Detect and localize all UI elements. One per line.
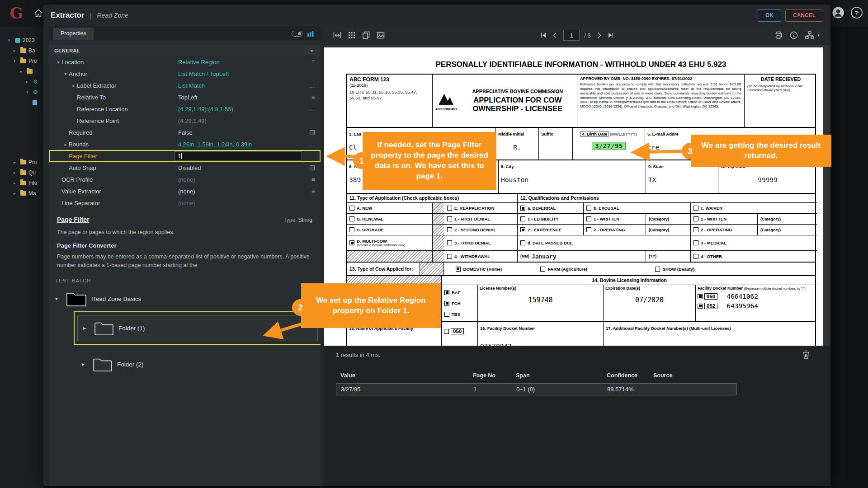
cancel-button[interactable]: CANCEL	[785, 9, 823, 22]
property-value[interactable]: (none)	[178, 176, 195, 183]
chevron-down-icon[interactable]: ▾	[55, 296, 61, 302]
menu-icon[interactable]: ≡	[311, 94, 315, 101]
property-row-ocr-profile[interactable]: OCR Profile(none)≡	[49, 174, 321, 185]
checkbox-icon	[698, 294, 703, 299]
property-value[interactable]: (none)	[178, 200, 195, 206]
chevron-right-icon[interactable]: ▸	[82, 361, 88, 367]
property-row-reference-location[interactable]: Reference Location(4.29,1.49):(4.8,1.55)…	[49, 103, 321, 115]
menu-icon[interactable]: ≡	[311, 188, 315, 195]
ok-button[interactable]: OK	[758, 9, 781, 22]
chevron-right-icon[interactable]: ▸	[62, 142, 69, 147]
tree-item[interactable]: ▸File	[14, 179, 37, 187]
checkbox-icon	[447, 240, 452, 245]
chevron-down-icon[interactable]: ▾	[817, 33, 820, 38]
checkbox-icon	[349, 240, 354, 245]
user-avatar[interactable]	[832, 6, 844, 19]
checkbox-icon	[444, 301, 449, 306]
folder-icon	[27, 69, 33, 74]
page-filter-input[interactable]: 1	[175, 151, 302, 160]
ellipsis-icon[interactable]: …	[309, 105, 315, 113]
chevron-down-icon[interactable]: ▾	[309, 48, 315, 53]
property-value[interactable]: Relative Region	[178, 59, 220, 66]
result-confidence: 99.5714%	[603, 386, 649, 393]
property-row-value-extractor[interactable]: Value Extractor(none)≡	[49, 185, 321, 197]
result-value: 3/27/95	[336, 386, 469, 393]
chevron-icon: ▸	[20, 69, 24, 74]
previous-page-icon[interactable]	[552, 32, 559, 39]
property-row-page-filter[interactable]: Page Filter 1	[49, 150, 321, 162]
chevron-icon: ▸	[14, 181, 18, 185]
result-page: 1	[469, 386, 512, 393]
extracted-value-highlight: 3/27/95	[592, 142, 626, 150]
gear-icon: ⚙	[33, 89, 38, 95]
info-icon[interactable]	[789, 31, 798, 40]
chevron-right-icon[interactable]: ▸	[83, 325, 90, 331]
tree-item-folder-1[interactable]: ▸ Folder (1)	[77, 315, 318, 341]
ellipsis-icon[interactable]: …	[309, 82, 315, 89]
layout-tree-icon[interactable]	[805, 31, 815, 40]
checkbox-icon[interactable]	[310, 130, 315, 135]
property-value[interactable]: List Match / TopLeft	[178, 70, 229, 77]
property-row-reference-point[interactable]: Reference Point(4.29,1.49)	[49, 115, 321, 127]
help-title: Page Filter	[57, 216, 90, 223]
property-value[interactable]: False	[178, 129, 193, 136]
tree-item[interactable]: ▾2023	[8, 36, 35, 44]
tree-item[interactable]: ▸Ba	[14, 47, 35, 55]
property-row-anchor[interactable]: ▾AnchorList Match / TopLeft	[49, 68, 321, 80]
document-title: PERSONALLY IDENTIFIABLE INFORMATION - WI…	[346, 60, 816, 69]
tree-item[interactable]: ▾Pro	[14, 57, 37, 65]
print-icon[interactable]	[774, 31, 783, 40]
property-row-line-separator[interactable]: Line Separator(none)	[49, 197, 321, 209]
app-logo[interactable]: G	[7, 4, 25, 23]
first-page-icon[interactable]	[540, 32, 547, 39]
form-header: ABC FORM 123 (11-2019) 10 EHU 55.31, 55.…	[346, 74, 816, 128]
columns-icon[interactable]	[307, 30, 314, 37]
tree-item[interactable]: ▸Ma	[14, 189, 36, 197]
tree-item[interactable]: ▸	[20, 67, 33, 75]
tree-item[interactable]: ▸⚙	[26, 78, 38, 86]
tree-item[interactable]: ▸Qu	[14, 169, 36, 177]
anchor-match-box: 4. Birth Date	[580, 131, 609, 137]
chevron-icon: ▾	[26, 90, 31, 94]
home-icon[interactable]	[33, 8, 43, 18]
property-value[interactable]: Disabled	[178, 164, 201, 171]
tab-properties[interactable]: Properties	[53, 28, 94, 40]
property-row-auto-snap[interactable]: Auto SnapDisabled	[49, 162, 321, 174]
property-row-location[interactable]: ▾LocationRelative Region≡	[49, 56, 321, 68]
chevron-right-icon[interactable]: ▸	[71, 83, 77, 88]
chevron-down-icon[interactable]: ▾	[55, 60, 61, 65]
help-converter-title: Page Filter Converter	[57, 242, 312, 249]
checkbox-icon	[693, 227, 698, 232]
property-value[interactable]: 4.26in, 1.59in, 1.24in, 0.39in	[178, 141, 252, 148]
tree-item[interactable]: ▾⚙	[26, 88, 38, 96]
property-value[interactable]: (4.29,1.49):(4.8,1.55)	[178, 106, 233, 113]
tree-item[interactable]	[33, 99, 37, 107]
result-row[interactable]: 3/27/95 1 0–1 (0) 99.5714%	[336, 383, 737, 395]
last-page-icon[interactable]	[607, 32, 614, 39]
property-row-required[interactable]: RequiredFalse	[49, 127, 321, 138]
menu-icon[interactable]: ≡	[311, 58, 315, 66]
next-page-icon[interactable]	[595, 32, 603, 39]
help-icon[interactable]: ?	[851, 7, 863, 19]
property-value[interactable]: TopLeft	[178, 94, 198, 101]
chevron-down-icon[interactable]: ▾	[62, 71, 69, 76]
checkbox-icon[interactable]	[310, 165, 315, 170]
tree-item[interactable]: ▸Pro	[14, 158, 37, 166]
trash-icon[interactable]	[802, 350, 811, 360]
menu-icon[interactable]: ≡	[311, 176, 315, 183]
property-row-relative-to[interactable]: Relative ToTopLeft≡	[49, 91, 321, 103]
tree-item-folder-2[interactable]: ▸ Folder (2)	[82, 351, 321, 377]
property-value[interactable]: (none)	[178, 188, 195, 195]
document-icon	[33, 100, 37, 105]
property-help: Page Filter Type: String The page or pag…	[49, 209, 321, 270]
property-value[interactable]: List Match	[178, 82, 205, 89]
tree-item-read-zone-basics[interactable]: ▾ Read Zone Basics	[55, 291, 321, 307]
ellipsis-icon[interactable]: …	[309, 141, 315, 148]
callout-3: We are getting the desired result return…	[691, 135, 831, 167]
property-row-bounds[interactable]: ▸Bounds4.26in, 1.59in, 1.24in, 0.39in…	[49, 138, 321, 150]
toggle-icon[interactable]	[292, 31, 302, 37]
page-number-input[interactable]: 1	[563, 30, 580, 41]
property-row-label-extractor[interactable]: ▸Label ExtractorList Match…	[49, 80, 321, 91]
section-general[interactable]: GENERAL ▾	[49, 45, 321, 56]
checkbox-icon	[655, 267, 660, 272]
